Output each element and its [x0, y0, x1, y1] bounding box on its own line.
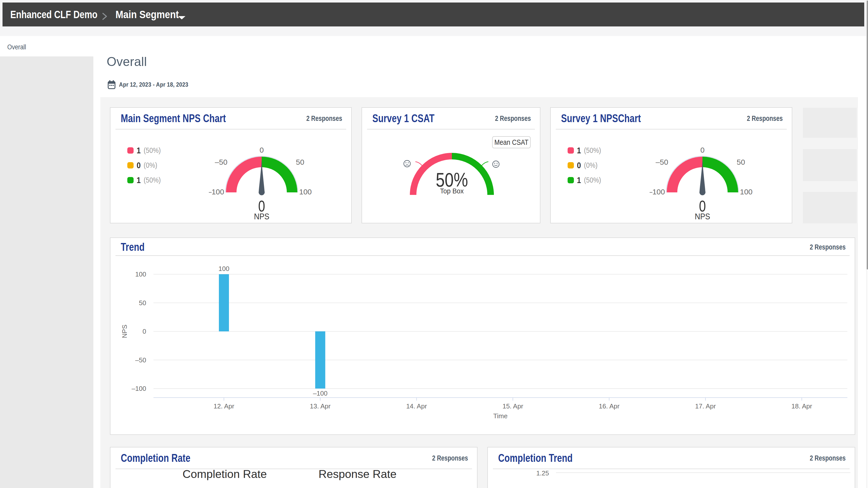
card-main-segment-nps: Main Segment NPS Chart 2 Responses 1(50%… — [110, 107, 352, 223]
breadcrumb-brand[interactable]: Enhanced CLF Demo — [10, 2, 97, 26]
legend-item[interactable]: 1(50%) — [567, 177, 603, 183]
card-divider — [116, 469, 472, 469]
legend-item[interactable]: 0(0%) — [127, 162, 163, 169]
legend-percent: (50%) — [144, 176, 161, 184]
scrollbar-thumb[interactable] — [867, 0, 868, 269]
svg-text:–50: –50 — [656, 158, 668, 166]
svg-text:50: 50 — [139, 299, 146, 307]
svg-text:50: 50 — [737, 158, 745, 166]
gauge-segment — [667, 156, 703, 192]
mean-csat-label: Mean CSAT — [494, 138, 528, 147]
legend-swatch — [127, 162, 133, 169]
card-completion-trend: Completion Trend 2 Responses 1.25 — [487, 447, 855, 488]
smile-face-icon — [493, 161, 499, 168]
card-title: Main Segment NPS Chart — [121, 112, 226, 125]
responses-count: 2 Responses — [495, 114, 531, 123]
svg-text:50: 50 — [296, 158, 304, 166]
svg-text:NPS: NPS — [695, 212, 710, 221]
responses-count: 2 Responses — [810, 243, 846, 251]
sidebar-item-label: Overall — [7, 43, 26, 51]
svg-text:0: 0 — [260, 147, 264, 154]
pane-title-completion-rate: Completion Rate — [182, 468, 267, 480]
legend-value: 1 — [577, 175, 581, 185]
date-range-picker[interactable]: Apr 12, 2023 - Apr 18, 2023 — [107, 80, 193, 89]
scrollbar-track[interactable] — [866, 0, 868, 488]
nps-gauge-chart: 0–5050–1001000NPS — [650, 147, 755, 223]
svg-text:100: 100 — [135, 270, 146, 278]
legend-value: 0 — [136, 161, 141, 170]
responses-count: 2 Responses — [432, 454, 468, 462]
completion-trend-ytick: 1.25 — [531, 469, 549, 477]
legend-item[interactable]: 1(50%) — [127, 177, 163, 183]
svg-text:16. Apr: 16. Apr — [599, 402, 620, 410]
card-divider — [556, 129, 787, 130]
responses-count: 2 Responses — [306, 114, 342, 123]
legend-item[interactable]: 1(50%) — [567, 147, 603, 153]
svg-text:100: 100 — [218, 265, 229, 272]
trend-bar[interactable] — [315, 332, 325, 389]
dropdown-caret-icon — [178, 16, 186, 20]
card-divider — [116, 129, 346, 130]
legend-swatch — [127, 147, 133, 153]
card-survey1-nps: Survey 1 NPSChart 2 Responses 1(50%)0(0%… — [550, 107, 792, 223]
svg-text:–100: –100 — [209, 188, 224, 196]
svg-text:Time: Time — [493, 412, 508, 420]
responses-count: 2 Responses — [747, 114, 783, 123]
svg-text:12. Apr: 12. Apr — [214, 402, 235, 410]
nps-legend: 1(50%)0(0%)1(50%) — [567, 147, 603, 192]
card-completion-rate: Completion Rate 2 Responses Completion R… — [110, 447, 477, 488]
legend-item[interactable]: 0(0%) — [567, 162, 603, 169]
breadcrumb-chevron-icon — [102, 12, 108, 20]
card-divider — [367, 129, 535, 130]
svg-text:17. Apr: 17. Apr — [695, 402, 716, 410]
gauge-segment — [262, 156, 298, 192]
responses-count: 2 Responses — [810, 454, 846, 462]
gauge-segment — [703, 156, 738, 192]
gauge-segment — [226, 156, 262, 192]
svg-text:NPS: NPS — [254, 212, 269, 221]
card-title: Completion Rate — [121, 452, 190, 464]
svg-text:NPS: NPS — [121, 324, 128, 338]
card-divider — [493, 469, 849, 469]
svg-text:–50: –50 — [135, 356, 146, 364]
trend-bar[interactable] — [219, 274, 229, 332]
legend-percent: (50%) — [584, 146, 601, 154]
completion-trend-gridline — [556, 472, 850, 473]
svg-text:–100: –100 — [650, 188, 665, 196]
svg-text:14. Apr: 14. Apr — [406, 402, 427, 410]
svg-text:100: 100 — [299, 188, 312, 196]
legend-swatch — [567, 162, 574, 169]
breadcrumb-section-label: Main Segment — [116, 8, 179, 20]
legend-value: 1 — [136, 175, 141, 185]
svg-text:100: 100 — [740, 188, 752, 196]
nps-legend: 1(50%)0(0%)1(50%) — [127, 147, 163, 192]
card-title: Survey 1 NPSChart — [561, 112, 641, 125]
calendar-icon — [107, 80, 116, 89]
legend-item[interactable]: 1(50%) — [127, 147, 163, 153]
legend-value: 1 — [136, 146, 141, 155]
legend-swatch — [567, 147, 574, 153]
legend-value: 0 — [577, 161, 581, 170]
svg-text:–50: –50 — [215, 158, 227, 166]
pane-title-response-rate: Response Rate — [318, 468, 397, 480]
date-range-label: Apr 12, 2023 - Apr 18, 2023 — [119, 81, 188, 88]
svg-text:–100: –100 — [132, 385, 146, 392]
svg-text:–100: –100 — [313, 390, 328, 397]
legend-percent: (50%) — [584, 176, 601, 184]
svg-text:0: 0 — [701, 147, 705, 154]
legend-percent: (0%) — [584, 161, 597, 169]
placeholder-block — [803, 149, 857, 181]
card-survey1-csat: Survey 1 CSAT 2 Responses Mean CSAT 50%T… — [362, 107, 540, 223]
placeholder-block — [803, 108, 857, 138]
placeholder-block — [803, 192, 857, 223]
legend-percent: (50%) — [144, 146, 161, 154]
sad-face-icon — [404, 161, 410, 167]
svg-text:13. Apr: 13. Apr — [310, 402, 331, 410]
legend-swatch — [127, 177, 133, 183]
top-navigation-bar: Enhanced CLF Demo Main Segment — [2, 2, 864, 26]
sidebar-item-overall[interactable]: Overall — [0, 36, 93, 56]
csat-gauge-chart: 50%Top Box — [366, 147, 537, 227]
breadcrumb-section-dropdown[interactable]: Main Segment — [116, 2, 179, 26]
legend-value: 1 — [577, 146, 581, 155]
card-title: Survey 1 CSAT — [372, 112, 434, 125]
